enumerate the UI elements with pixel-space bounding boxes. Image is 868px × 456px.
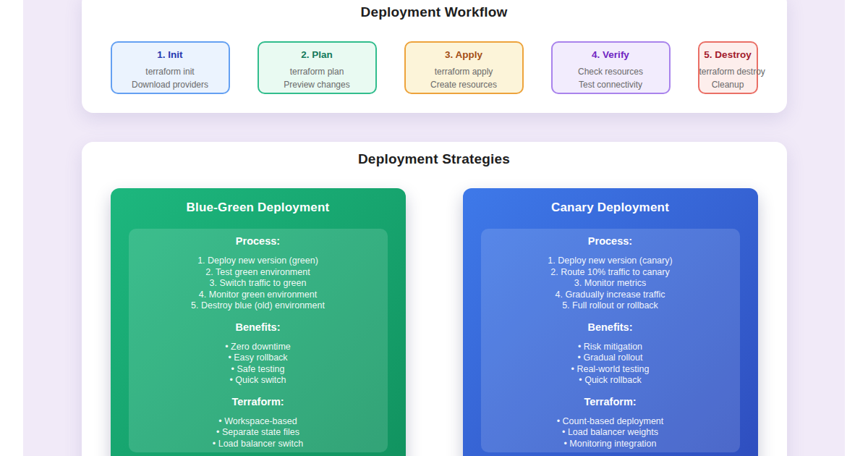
list-item: 5. Destroy blue (old) environment <box>140 300 376 312</box>
step-title: 3. Apply <box>406 48 522 61</box>
section-heading: Benefits: <box>140 321 376 334</box>
list-item: 3. Switch traffic to green <box>140 278 376 290</box>
list-item: 5. Full rollout or rollback <box>493 300 728 312</box>
list-item: 3. Monitor metrics <box>493 278 728 290</box>
list-item: • Load balancer switch <box>140 439 376 450</box>
step-line: terraform destroy <box>699 65 757 78</box>
list-item: • Quick rollback <box>493 375 728 387</box>
strategies-card: Deployment Strategies Blue-Green Deploym… <box>82 142 787 456</box>
step-line: Create resources <box>406 78 522 91</box>
strategy-title: Blue-Green Deployment <box>129 200 388 215</box>
workflow-card: Deployment Workflow 1. Init terraform in… <box>82 0 787 113</box>
strategy-panel: Process: 1. Deploy new version (green) 2… <box>129 229 388 452</box>
step-line: Download providers <box>112 78 229 91</box>
list-item: • Workspace-based <box>140 416 376 428</box>
list-item: • Real-world testing <box>493 364 728 376</box>
list-item: 1. Deploy new version (canary) <box>493 256 728 267</box>
list-item: • Count-based deployment <box>493 416 728 428</box>
section-heading: Terraform: <box>140 395 376 408</box>
step-card-apply: 3. Apply terraform apply Create resource… <box>404 41 524 94</box>
list-item: 2. Route 10% traffic to canary <box>493 267 728 279</box>
section-heading: Benefits: <box>493 321 728 334</box>
step-title: 4. Verify <box>553 48 669 61</box>
step-line: terraform apply <box>406 65 522 78</box>
page-background-panel: Deployment Workflow 1. Init terraform in… <box>23 0 845 456</box>
list-item: • Monitoring integration <box>493 439 728 450</box>
step-title: 5. Destroy <box>699 48 757 61</box>
page: Deployment Workflow 1. Init terraform in… <box>0 0 868 456</box>
list-item: • Risk mitigation <box>493 342 728 353</box>
step-line: terraform init <box>112 65 229 78</box>
step-title: 1. Init <box>112 48 229 61</box>
step-card-init: 1. Init terraform init Download provider… <box>111 41 230 94</box>
strategies-title: Deployment Strategies <box>111 151 758 167</box>
step-line: Check resources <box>553 65 669 78</box>
workflow-steps-row: 1. Init terraform init Download provider… <box>111 41 758 94</box>
step-line: terraform plan <box>259 65 375 78</box>
section-heading: Process: <box>140 235 376 248</box>
section-heading: Terraform: <box>493 395 728 408</box>
list-item: • Easy rollback <box>140 352 376 364</box>
list-item: • Load balancer weights <box>493 427 728 439</box>
strategy-card-blue-green: Blue-Green Deployment Process: 1. Deploy… <box>111 188 406 456</box>
step-card-destroy: 5. Destroy terraform destroy Cleanup <box>698 41 758 94</box>
list-item: 4. Monitor green environment <box>140 290 376 301</box>
section-heading: Process: <box>493 235 728 248</box>
strategy-card-canary: Canary Deployment Process: 1. Deploy new… <box>463 188 758 456</box>
list-item: • Safe testing <box>140 364 376 376</box>
list-item: • Quick switch <box>140 375 376 387</box>
list-item: • Gradual rollout <box>493 352 728 364</box>
step-line: Cleanup <box>699 78 757 91</box>
list-item: 2. Test green environment <box>140 267 376 279</box>
workflow-title: Deployment Workflow <box>111 4 758 20</box>
list-item: • Zero downtime <box>140 342 376 353</box>
list-item: 4. Gradually increase traffic <box>493 290 728 301</box>
strategy-title: Canary Deployment <box>481 200 740 215</box>
step-line: Preview changes <box>259 78 375 91</box>
step-card-plan: 2. Plan terraform plan Preview changes <box>258 41 377 94</box>
step-title: 2. Plan <box>259 48 375 61</box>
list-item: 1. Deploy new version (green) <box>140 256 376 267</box>
strategy-panel: Process: 1. Deploy new version (canary) … <box>481 229 740 452</box>
step-line: Test connectivity <box>553 78 669 91</box>
strategies-grid: Blue-Green Deployment Process: 1. Deploy… <box>111 188 758 456</box>
list-item: • Separate state files <box>140 427 376 439</box>
step-card-verify: 4. Verify Check resources Test connectiv… <box>551 41 671 94</box>
